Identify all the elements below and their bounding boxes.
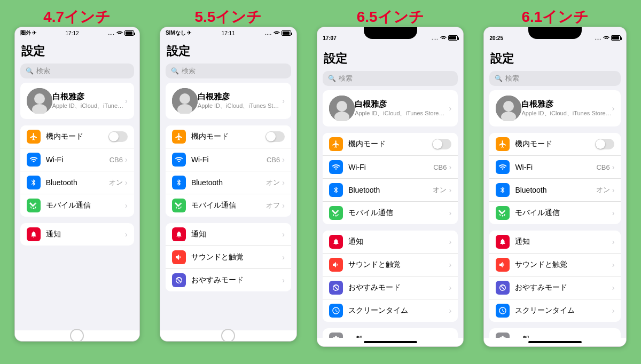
toggle-switch[interactable] [432, 139, 451, 149]
profile-name: 白根雅彦 [52, 92, 125, 102]
item-label: サウンドと触覚 [515, 260, 612, 270]
list-section-2: 一般› [323, 328, 458, 338]
list-item[interactable]: モバイル通信› [489, 202, 621, 224]
item-label: モバイル通信 [348, 208, 449, 218]
item-label: Wi-Fi [46, 155, 110, 164]
list-item[interactable]: サウンドと触覚› [166, 246, 291, 269]
battery-icon [124, 30, 134, 36]
list-item[interactable]: モバイル通信› [323, 202, 458, 224]
phone-wrapper-phone-61: 6.1インチ20:25....設定🔍検索白根雅彦Apple ID、iCloud、… [483, 10, 627, 347]
toggle-switch[interactable] [108, 131, 128, 142]
list-item[interactable]: サウンドと触覚› [323, 254, 458, 276]
profile-name: 白根雅彦 [355, 99, 449, 109]
list-item[interactable]: 通知› [166, 223, 291, 246]
item-label: 通知 [348, 237, 449, 247]
search-bar[interactable]: 🔍検索 [166, 64, 291, 78]
settings-scroll-content[interactable]: 設定🔍検索白根雅彦Apple ID、iCloud、iTunes StoreとAp… [317, 46, 463, 338]
toggle-switch[interactable] [595, 139, 614, 149]
list-item[interactable]: 機内モード [323, 133, 458, 156]
battery-icon [448, 35, 458, 41]
phone-wrapper-phone-47: 4.7インチ圏外 ✈17:12....設定🔍検索白根雅彦Apple ID、iCl… [14, 10, 140, 342]
list-section-2: 一般› [489, 328, 621, 338]
sound-icon [329, 258, 343, 272]
item-value: CB6 [110, 156, 123, 164]
settings-title: 設定 [484, 46, 626, 69]
profile-info: 白根雅彦Apple ID、iCloud、iTunes StoreとApp S..… [198, 92, 282, 110]
profile-sub: Apple ID、iCloud、iTunes StoreとApp S... [198, 102, 282, 110]
bluetooth-icon [172, 176, 186, 189]
list-item[interactable]: おやすみモード› [489, 276, 621, 299]
search-bar[interactable]: 🔍検索 [20, 64, 134, 78]
list-item[interactable]: Wi-FiCB6› [323, 156, 458, 179]
settings-title: 設定 [160, 39, 296, 61]
list-item[interactable]: 機内モード [20, 125, 134, 148]
list-item[interactable]: Bluetoothオン› [489, 179, 621, 202]
list-item[interactable]: おやすみモード› [166, 269, 291, 291]
item-value: CB6 [433, 163, 447, 171]
signal-dots: .... [595, 36, 601, 41]
svg-point-5 [179, 93, 190, 104]
item-chevron: › [449, 209, 451, 217]
home-button[interactable] [70, 329, 84, 342]
home-indicator [484, 338, 626, 346]
profile-section[interactable]: 白根雅彦Apple ID、iCloud、iTunes StoreとApp S..… [489, 90, 621, 126]
item-chevron: › [282, 276, 285, 284]
item-chevron: › [125, 178, 128, 187]
list-item[interactable]: Bluetoothオン› [166, 171, 291, 194]
search-icon: 🔍 [495, 75, 503, 82]
bluetooth-icon [496, 183, 510, 197]
item-chevron: › [449, 186, 451, 194]
phone-wrapper-phone-65: 6.5インチ17:07....設定🔍検索白根雅彦Apple ID、iCloud、… [317, 10, 464, 347]
list-item[interactable]: Wi-FiCB6› [166, 148, 291, 171]
settings-scroll-content[interactable]: 設定🔍検索白根雅彦Apple ID、iCloud、iTunes StoreとAp… [160, 39, 296, 330]
list-item[interactable]: モバイル通信オフ› [166, 194, 291, 217]
list-item[interactable]: 一般› [489, 328, 621, 338]
profile-section[interactable]: 白根雅彦Apple ID、iCloud、iTunes Stor...› [20, 83, 134, 119]
list-item[interactable]: サウンドと触覚› [489, 254, 621, 276]
profile-section[interactable]: 白根雅彦Apple ID、iCloud、iTunes StoreとApp S..… [166, 83, 291, 119]
signal-dots: .... [432, 36, 439, 41]
profile-section[interactable]: 白根雅彦Apple ID、iCloud、iTunes StoreとApp S..… [323, 90, 458, 126]
item-label: Wi-Fi [191, 155, 267, 164]
list-item[interactable]: モバイル通信› [20, 194, 134, 217]
list-item[interactable]: Bluetoothオン› [20, 171, 134, 194]
settings-title: 設定 [317, 46, 463, 69]
list-item[interactable]: おやすみモード› [323, 276, 458, 299]
status-left: SIMなし ✈ [166, 29, 192, 37]
item-chevron: › [282, 253, 285, 262]
avatar [329, 96, 355, 121]
list-item[interactable]: 機内モード [489, 133, 621, 156]
item-chevron: › [449, 163, 451, 171]
list-item[interactable]: 通知› [489, 231, 621, 254]
search-placeholder: 検索 [36, 66, 50, 76]
phone-phone-47: 圏外 ✈17:12....設定🔍検索白根雅彦Apple ID、iCloud、iT… [14, 27, 140, 342]
search-bar[interactable]: 🔍検索 [489, 71, 621, 86]
item-label: 機内モード [46, 132, 108, 141]
list-item[interactable]: 機内モード [166, 125, 291, 148]
home-button[interactable] [221, 329, 235, 342]
settings-scroll-content[interactable]: 設定🔍検索白根雅彦Apple ID、iCloud、iTunes Stor...›… [15, 39, 139, 330]
list-item[interactable]: Wi-FiCB6› [489, 156, 621, 179]
item-chevron: › [282, 155, 285, 164]
item-label: 通知 [191, 230, 282, 239]
item-value: オン [266, 178, 280, 187]
list-item[interactable]: スクリーンタイム› [323, 299, 458, 322]
search-bar[interactable]: 🔍検索 [323, 71, 458, 86]
phone-wrapper-phone-55: 5.5インチSIMなし ✈17:11....設定🔍検索白根雅彦Apple ID、… [160, 10, 297, 342]
list-section-1: 通知› [20, 223, 134, 246]
list-item[interactable]: スクリーンタイム› [489, 299, 621, 322]
settings-scroll-content[interactable]: 設定🔍検索白根雅彦Apple ID、iCloud、iTunes StoreとAp… [484, 46, 626, 338]
bluetooth-icon [329, 183, 343, 197]
list-item[interactable]: Bluetoothオン› [323, 179, 458, 202]
status-time: 17:12 [66, 30, 79, 36]
list-item[interactable]: 通知› [323, 231, 458, 254]
item-chevron: › [612, 238, 615, 246]
item-label: 機内モード [191, 132, 265, 141]
list-item[interactable]: Wi-FiCB6› [20, 148, 134, 171]
list-item[interactable]: 通知› [20, 223, 134, 246]
item-label: おやすみモード [191, 275, 282, 285]
svg-point-3 [33, 208, 34, 209]
search-placeholder: 検索 [505, 74, 519, 83]
toggle-switch[interactable] [265, 131, 285, 142]
list-item[interactable]: 一般› [323, 328, 458, 338]
